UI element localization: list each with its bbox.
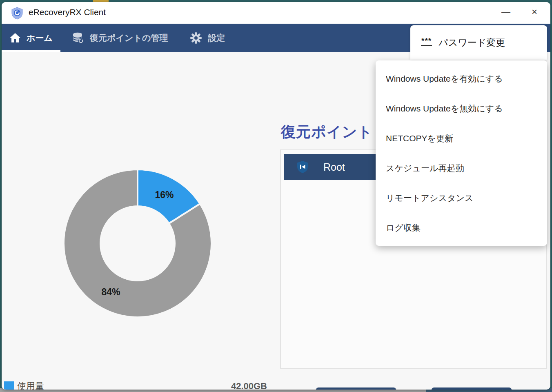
pie-slice-label: 84%: [101, 287, 120, 297]
close-button[interactable]: ×: [522, 2, 547, 22]
app-shield-icon: [11, 7, 24, 20]
password-asterisks-icon: ***: [421, 39, 432, 46]
menu-item-remote-assistance[interactable]: リモートアシスタンス: [376, 183, 547, 213]
password-change-label: パスワード変更: [438, 36, 505, 49]
tab-home[interactable]: ホーム: [2, 24, 60, 52]
home-icon: [9, 33, 21, 43]
used-swatch: [4, 381, 14, 390]
pie-slice-label: 16%: [155, 189, 174, 200]
app-window: eRecoveryRX Client — × ホーム: [2, 2, 550, 390]
legend-row-used: 使用量 42.00GB: [4, 380, 267, 390]
menu-item-log-collection[interactable]: ログ収集: [376, 213, 547, 243]
legend-label: 使用量: [17, 380, 44, 390]
chart-legend: 使用量 42.00GB 空き容量 196.47GB 保護サイズ 238.47GB: [4, 380, 267, 390]
tab-restore-point-management[interactable]: 復元ポイントの管理: [68, 24, 172, 52]
gear-icon: [190, 32, 202, 44]
quick-add-button-label: クイック追加: [458, 388, 509, 390]
minimize-button[interactable]: —: [493, 2, 519, 22]
menu-item-update-netcopy[interactable]: NETCOPYを更新: [376, 123, 547, 153]
restore-button[interactable]: へ復元: [316, 388, 396, 390]
menu-item-disable-windows-update[interactable]: Windows Updateを無効にする: [376, 94, 547, 123]
root-shield-icon: [296, 160, 309, 174]
title-bar: eRecoveryRX Client — ×: [2, 2, 550, 24]
tools-dropdown-menu: Windows Updateを有効にする Windows Updateを無効にす…: [376, 60, 547, 246]
tab-home-label: ホーム: [27, 32, 53, 44]
menu-item-enable-windows-update[interactable]: Windows Updateを有効にする: [376, 64, 547, 94]
tab-manage-label: 復元ポイントの管理: [90, 32, 168, 44]
legend-value: 42.00GB: [231, 381, 267, 390]
menu-item-schedule-restart[interactable]: スケジュール再起動: [376, 153, 547, 183]
window-title: eRecoveryRX Client: [29, 7, 106, 17]
root-label: Root: [323, 161, 345, 173]
database-icon: [72, 32, 84, 44]
tab-settings-label: 設定: [208, 32, 225, 44]
section-title: 復元ポイント: [281, 122, 373, 142]
password-change-menu-item[interactable]: *** パスワード変更: [410, 25, 547, 60]
tab-settings[interactable]: 設定: [186, 24, 229, 52]
desktop-backdrop: eRecoveryRX Client — × ホーム: [0, 0, 552, 392]
quick-add-button[interactable]: クイック追加: [432, 388, 512, 390]
disk-usage-donut-chart: 16%84%: [60, 166, 215, 321]
